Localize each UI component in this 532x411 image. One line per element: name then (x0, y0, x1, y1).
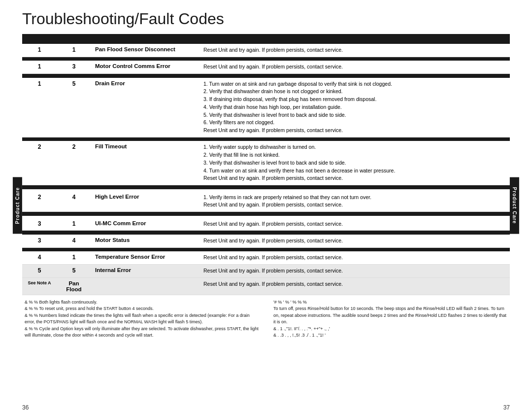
cell-solution: Reset Unit and try again. If problem per… (200, 235, 510, 247)
cell-solution: 1. Verify water supply to dishwasher is … (200, 141, 510, 185)
cell-solution: 1. Verify items in rack are properly ret… (200, 191, 510, 212)
cell-solution: Reset Unit and try again. If problem per… (200, 277, 510, 295)
table-row: 31UI-MC Comm ErrorReset Unit and try aga… (22, 218, 510, 231)
table-section-header (22, 57, 510, 61)
cell-fault-code-1: 1 (22, 61, 57, 73)
footer-note-right-4: & . .3 . , , !.,5! .3 ./ . 1 .,"1! ' (273, 332, 507, 339)
fault-table: 11Pan Flood Sensor DisconnectReset Unit … (22, 34, 510, 295)
cell-fault-code-1: 2 (22, 191, 57, 212)
table-row: 11Pan Flood Sensor DisconnectReset Unit … (22, 44, 510, 57)
cell-solution: Reset Unit and try again. If problem per… (200, 44, 510, 57)
table-section-header (22, 212, 510, 216)
table-section-header (22, 185, 510, 189)
cell-see-note: See Note A (22, 277, 57, 295)
page-container: Product Care Product Care Troubleshootin… (0, 0, 532, 411)
cell-fault-name: Temperature Sensor Error (91, 251, 200, 264)
cell-fault-code-1: 3 (22, 218, 57, 231)
footer-note-right-3: & . 1 .,"1!. II"/. . , ."*. ++"+ ., ,' (273, 326, 507, 333)
page-number-left: 36 (22, 404, 29, 411)
cell-pan-flood-label: Pan Flood (57, 277, 91, 295)
table-section-header (22, 74, 510, 78)
page-title: Troubleshooting/Fault Codes (22, 10, 510, 28)
cell-fault-code-2: 4 (57, 191, 91, 212)
cell-empty (91, 277, 200, 295)
cell-fault-name: Pan Flood Sensor Disconnect (91, 44, 200, 57)
cell-fault-name: Motor Status (91, 235, 200, 247)
cell-fault-name: Drain Error (91, 78, 200, 137)
cell-fault-code-2: 5 (57, 264, 91, 277)
table-section-header (22, 137, 510, 141)
cell-fault-code-1: 2 (22, 141, 57, 185)
side-label-left: Product Care (15, 187, 20, 224)
cell-fault-code-2: 4 (57, 235, 91, 247)
cell-fault-code-2: 3 (57, 61, 91, 73)
col-header-1 (22, 34, 57, 40)
cell-fault-code-1: 1 (22, 44, 57, 57)
table-section-header (22, 40, 510, 44)
col-header-2 (57, 34, 91, 40)
footer-left: & % % Both lights flash continuously.& %… (25, 299, 259, 339)
footer-note-left-1: & % % To reset unit, press and hold the … (25, 306, 259, 312)
cell-fault-code-2: 2 (57, 141, 91, 185)
table-row: See Note APan FloodReset Unit and try ag… (22, 277, 510, 295)
cell-fault-name: Internal Error (91, 264, 200, 277)
footer-note-left-3: & % % Cycle and Option keys will only il… (25, 326, 259, 339)
footer-note-right-1: To turn off, press Rinse/Hold button for… (273, 306, 507, 326)
main-content: Troubleshooting/Fault Codes 11Pan Flood … (0, 0, 532, 400)
side-label-right: Product Care (512, 187, 517, 224)
page-number-right: 37 (503, 404, 510, 411)
cell-fault-name: Fill Timeout (91, 141, 200, 185)
footer-right: '# % ' % ' % % %To turn off, press Rinse… (273, 299, 507, 339)
cell-fault-code-1: 5 (22, 264, 57, 277)
cell-solution: Reset Unit and try again. If problem per… (200, 218, 510, 231)
table-row: 55Internal ErrorReset Unit and try again… (22, 264, 510, 277)
side-tab-left: Product Care (13, 177, 22, 234)
cell-fault-code-2: 5 (57, 78, 91, 137)
cell-fault-code-1: 1 (22, 78, 57, 137)
footer-note-left-2: & % % Numbers listed indicate the times … (25, 312, 259, 326)
cell-fault-code-2: 1 (57, 218, 91, 231)
table-row: 34Motor StatusReset Unit and try again. … (22, 235, 510, 247)
cell-fault-name: Motor Control Comms Error (91, 61, 200, 73)
cell-solution: Reset Unit and try again. If problem per… (200, 61, 510, 73)
table-row: 22Fill Timeout1. Verify water supply to … (22, 141, 510, 185)
cell-solution: 1. Turn water on at sink and run garbage… (200, 78, 510, 137)
cell-fault-code-2: 1 (57, 44, 91, 57)
cell-fault-code-1: 4 (22, 251, 57, 264)
cell-fault-name: UI-MC Comm Error (91, 218, 200, 231)
col-header-4 (200, 34, 510, 40)
side-tab-right: Product Care (510, 177, 519, 234)
table-section-header (22, 231, 510, 235)
cell-solution: Reset Unit and try again. If problem per… (200, 251, 510, 264)
footer-note-right-0: '# % ' % ' % % % (273, 299, 507, 306)
table-row: 41Temperature Sensor ErrorReset Unit and… (22, 251, 510, 264)
page-numbers: 36 37 (0, 400, 532, 411)
table-row: 13Motor Control Comms ErrorReset Unit an… (22, 61, 510, 73)
table-row: 24High Level Error1. Verify items in rac… (22, 191, 510, 212)
cell-solution: Reset Unit and try again. If problem per… (200, 264, 510, 277)
table-row: 15Drain Error1. Turn water on at sink an… (22, 78, 510, 137)
footer-notes: & % % Both lights flash continuously.& %… (22, 299, 510, 339)
table-section-header (22, 247, 510, 251)
cell-fault-code-2: 1 (57, 251, 91, 264)
cell-fault-name: High Level Error (91, 191, 200, 212)
cell-fault-code-1: 3 (22, 235, 57, 247)
col-header-3 (91, 34, 200, 40)
footer-note-left-0: & % % Both lights flash continuously. (25, 299, 259, 306)
